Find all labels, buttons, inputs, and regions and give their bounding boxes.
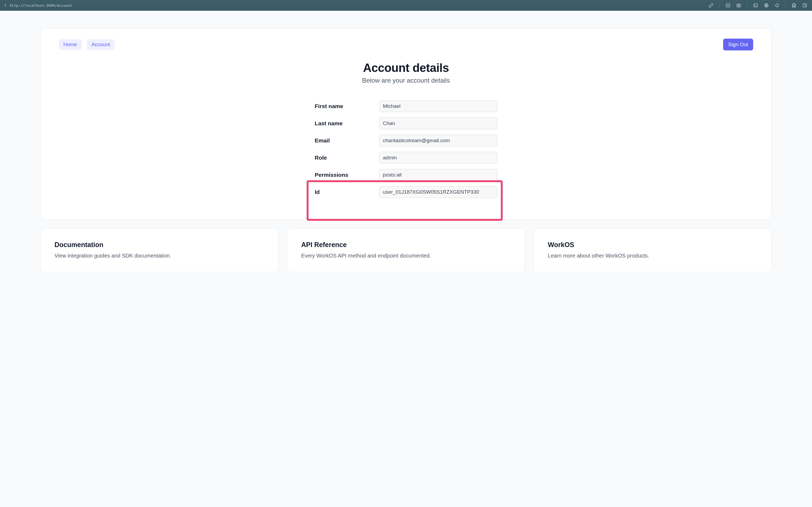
documentation-card[interactable]: Documentation View integration guides an… [40, 228, 278, 272]
api-reference-desc: Every WorkOS API method and endpoint doc… [301, 252, 511, 260]
id-row: Id [315, 186, 497, 198]
account-form: First name Last name Email Role Permissi… [315, 100, 497, 198]
browser-toolbar-right [709, 3, 807, 8]
nav-bar: Home Account Sign Out [59, 39, 753, 50]
first-name-row: First name [315, 100, 497, 112]
svg-rect-2 [754, 4, 758, 7]
workos-desc: Learn more about other WorkOS products. [548, 252, 758, 260]
terminal-icon[interactable] [753, 3, 758, 8]
account-link[interactable]: Account [87, 39, 115, 50]
documentation-desc: View integration guides and SDK document… [54, 252, 264, 260]
extension-icon[interactable] [792, 3, 797, 8]
panel-icon[interactable] [802, 3, 807, 8]
page-content: Home Account Sign Out Account details Be… [0, 11, 812, 283]
svg-point-1 [738, 5, 740, 6]
globe-icon[interactable] [764, 3, 769, 8]
last-name-input[interactable] [379, 117, 497, 129]
last-name-label: Last name [315, 120, 374, 127]
nav-links: Home Account [59, 39, 114, 50]
toolbar-divider [747, 3, 747, 8]
id-input[interactable] [379, 186, 497, 198]
first-name-input[interactable] [379, 100, 497, 112]
sign-out-button[interactable]: Sign Out [723, 39, 753, 50]
workos-title: WorkOS [548, 241, 758, 249]
svg-point-4 [776, 4, 779, 7]
camera-icon[interactable] [736, 3, 741, 8]
home-link[interactable]: Home [59, 39, 82, 50]
api-reference-card[interactable]: API Reference Every WorkOS API method an… [287, 228, 525, 272]
browser-toolbar: i http://localhost:3000/account [0, 0, 812, 11]
toolbar-divider [719, 3, 720, 8]
permissions-label: Permissions [315, 172, 374, 178]
page-subtitle: Below are your account details [59, 77, 753, 84]
last-name-row: Last name [315, 117, 497, 129]
page-title: Account details [59, 61, 753, 74]
address-bar[interactable]: http://localhost:3000/account [10, 3, 72, 7]
role-input[interactable] [379, 152, 497, 164]
account-card: Home Account Sign Out Account details Be… [40, 28, 772, 220]
info-cards: Documentation View integration guides an… [40, 228, 772, 272]
api-reference-title: API Reference [301, 241, 511, 249]
first-name-label: First name [315, 103, 374, 109]
email-row: Email [315, 135, 497, 147]
permissions-input[interactable] [379, 169, 497, 181]
role-label: Role [315, 155, 374, 161]
target-icon[interactable] [775, 3, 779, 8]
permissions-row: Permissions [315, 169, 497, 181]
info-icon[interactable]: i [5, 3, 6, 7]
email-input[interactable] [379, 135, 497, 147]
email-label: Email [315, 137, 374, 144]
link-icon[interactable] [709, 3, 713, 8]
svg-rect-5 [803, 4, 807, 7]
toolbar-divider [785, 3, 786, 8]
workos-card[interactable]: WorkOS Learn more about other WorkOS pro… [534, 228, 772, 272]
id-label: Id [315, 189, 374, 195]
role-row: Role [315, 152, 497, 164]
browser-toolbar-left: i http://localhost:3000/account [5, 3, 72, 7]
download-icon[interactable] [725, 3, 730, 8]
documentation-title: Documentation [54, 241, 264, 249]
